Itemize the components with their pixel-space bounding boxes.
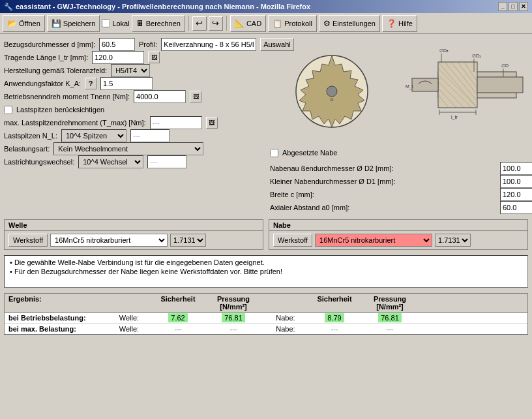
axialer-input[interactable] [500,201,532,214]
nabe-material-select[interactable]: 16MnCr5 nitrokarburiert 16MnCr5 42CrMo4 [315,234,432,247]
svg-point-2 [327,86,337,97]
betrieb-input[interactable] [134,90,186,103]
welle-box: Welle Werkstoff 16MnCr5 nitrokarburiert … [4,219,263,250]
local-checkbox[interactable] [102,19,110,27]
undo-icon [196,18,203,28]
window-title: eassistant - GWJ-Technology - Profilwell… [16,3,310,10]
row-belastungsart: Belastungsart: Kein Wechselmoment Wechse… [4,142,265,155]
welle-content: Werkstoff 16MnCr5 nitrokarburiert 16MnCr… [5,231,263,249]
help-button[interactable]: Hilfe [382,15,417,32]
result-row2-pressung: --- [204,325,263,333]
nabe-werkstoff-button[interactable]: Werkstoff [273,234,312,247]
betrieb-img-button[interactable]: 🖼 [190,91,201,102]
redo-icon [212,18,219,28]
save-button[interactable]: Speichern [47,15,100,32]
calc-icon [136,19,144,28]
lastspitzen-n-label: Lastspitzen N_L: [4,132,57,140]
main-content: Bezugsdurchmesser d [mm]: Profil: Auswah… [0,34,532,339]
result-row-2: bei max. Belastung: Welle: --- --- Nabe:… [5,324,527,334]
axialer-label: Axialer Abstand a0 [mm]: [270,204,349,211]
calc-button[interactable]: Berechnen [132,15,185,32]
lastrichtung-select[interactable]: 10^4 Wechsel 10^5 Wechsel 10^6 Wechsel [78,155,143,168]
profil-input[interactable] [161,38,256,51]
lastrichtung-extra[interactable] [147,155,186,168]
result-row1-pressung2: 76.81 [361,314,419,322]
welle-number-select[interactable]: 1.7131 [170,234,206,247]
lastspitzen-n-select[interactable]: 10^4 Spitzen 10^5 Spitzen 10^6 Spitzen [61,129,126,142]
tragende-label: Tragende Länge l_tr [mm]: [4,54,88,61]
row-anwendung: Anwendungsfaktor K_A: ? [4,77,265,90]
svg-text:M_t: M_t [406,84,413,89]
row-betrieb: Betriebsnenndreh moment Tnenn [Nm]: 🖼 [4,90,265,103]
row-naben: Nabenau ßendurchmesser Ø D2 [mm]: [270,162,532,175]
tragende-img-button[interactable]: 🖼 [148,52,160,63]
row-lastspitzen-n: Lastspitzen N_L: 10^4 Spitzen 10^5 Spitz… [4,129,265,142]
anwendung-input[interactable] [100,77,153,90]
result-row-1: bei Betriebsbelastung: Welle: 7.62 76.81… [5,313,527,324]
left-column: Bezugsdurchmesser d [mm]: Profil: Auswah… [4,38,265,214]
svg-text:∅D: ∅D [501,63,509,68]
local-checkbox-label: Lokal [102,19,129,27]
separator-2 [226,16,227,31]
welle-material-select[interactable]: 16MnCr5 nitrokarburiert 16MnCr5 42CrMo4 [50,234,168,247]
result-row1-label: bei Betriebsbelastung: [8,314,106,322]
result-row1-sicherheit2-val: 8.79 [325,313,344,322]
message-area: • Die gewählte Welle-Nabe Verbindung ist… [4,255,528,288]
kleiner-input[interactable] [500,175,532,188]
row-lastrichtung: Lastrichtungswechsel: 10^4 Wechsel 10^5 … [4,155,265,168]
shaft-diagram: ∅D₂ ∅D₁ ∅D l_tr M_t [399,39,532,132]
naben-input[interactable] [500,162,532,175]
row-kleiner: Kleiner Nabendurchmesser Ø D1 [mm]: [270,175,532,188]
abgesetzte-checkbox[interactable] [270,149,278,157]
proto-button[interactable]: Protokoll [268,15,317,32]
svg-text:∅D₁: ∅D₁ [472,54,481,58]
row-bezugs: Bezugsdurchmesser d [mm]: Profil: Auswah… [4,38,265,51]
cad-button[interactable]: CAD [230,15,266,32]
right-column: ⊙ [270,38,532,214]
breite-input[interactable] [500,188,532,201]
row-abgesetzte: Abgesetzte Nabe [270,146,532,159]
result-row1-sicherheit-val: 7.62 [168,313,187,322]
col-pressung-2: Pressung [N/mm²] [361,295,419,311]
result-row2-entity2: Nabe: [263,325,308,333]
bezugs-input[interactable] [99,38,135,51]
herstellung-select[interactable]: H5/IT4 H6/IT5 H7/IT6 [111,64,150,77]
proto-icon [273,19,282,28]
maximize-button[interactable]: □ [509,2,518,11]
ergebnis-label: Ergebnis: [8,295,106,311]
redo-button[interactable] [209,16,223,31]
lastspitzen-checkbox[interactable] [4,106,12,114]
result-row1-entity: Welle: [106,314,152,322]
col-spacer2 [263,295,308,311]
nabe-box: Nabe Werkstoff 16MnCr5 nitrokarburiert 1… [269,219,528,250]
result-row1-pressung2-val: 76.81 [378,313,402,322]
nabe-content: Werkstoff 16MnCr5 nitrokarburiert 16MnCr… [269,231,527,249]
minimize-button[interactable]: _ [498,2,507,11]
welle-werkstoff-button[interactable]: Werkstoff [8,234,48,247]
belastungsart-select[interactable]: Kein Wechselmoment Wechselmoment [53,142,203,155]
svg-text:∅D₂: ∅D₂ [439,48,449,53]
undo-button[interactable] [192,16,207,31]
help-icon [387,19,396,28]
svg-text:l_tr: l_tr [451,115,458,120]
max-last-input[interactable] [150,116,202,129]
lastspitzen-check-label: Lastspitzen berücksichtigen [16,106,104,114]
result-row2-entity: Welle: [106,325,152,333]
row-lastspitzen-check: Lastspitzen berücksichtigen [4,103,265,116]
nabe-number-select[interactable]: 1.7131 [435,234,471,247]
result-row1-entity2: Nabe: [263,314,308,322]
result-row2-label: bei max. Belastung: [8,325,106,333]
cad-icon [235,19,244,28]
nabe-header: Nabe [269,220,527,231]
anwendung-help-button[interactable]: ? [85,78,96,89]
right-form: Abgesetzte Nabe Nabenau ßendurchmesser Ø… [270,146,532,214]
open-button[interactable]: Öffnen [3,15,45,32]
lastspitzen-n-extra[interactable] [130,129,170,142]
col-sicherheit-1: Sicherheit [152,295,204,311]
tragende-input[interactable] [92,51,144,64]
result-row2-sicherheit: --- [152,325,204,333]
settings-button[interactable]: Einstellungen [319,15,380,32]
max-last-img-button[interactable]: 🖼 [206,117,218,129]
message-line-2: • Für den Bezugsdurchmesser der Nabe lie… [10,268,522,275]
close-button[interactable]: ✕ [519,2,528,11]
